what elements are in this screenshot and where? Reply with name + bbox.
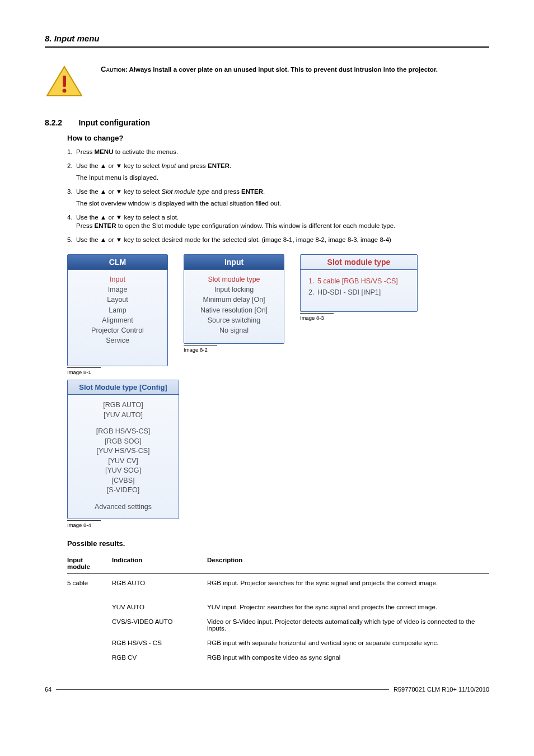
cell: Video or S-Video input. Projector detect… (207, 614, 489, 636)
step-5: 5.Use the ▲ or ▼ key to select desired m… (67, 236, 489, 245)
step-text: to activate the menus. (113, 148, 178, 155)
menu-item: Image (71, 284, 164, 295)
menu-item: [YUV CV] (71, 456, 175, 466)
footer-rule (56, 689, 389, 690)
menu-item: [YUV SOG] (71, 466, 175, 476)
step-text: Use the ▲ or ▼ key to select a slot. (76, 214, 179, 221)
step-text: . (263, 188, 265, 195)
step-2: 2.Use the ▲ or ▼ key to select Input and… (67, 162, 489, 183)
menu-item-selected: Input (71, 274, 164, 284)
cell: RGB AUTO (112, 574, 207, 600)
step-3-sub: The slot overview window is displayed wi… (76, 199, 489, 208)
menu-items: Slot module type Input locking Minimum d… (184, 270, 284, 343)
col-header: Indication (112, 553, 207, 574)
menu-input: Input Slot module type Input locking Min… (184, 254, 284, 344)
results-heading: Possible results. (67, 539, 489, 548)
caution-block: Caution: Always install a cover plate on… (45, 64, 489, 98)
step-text: and press (176, 162, 208, 169)
cell (67, 614, 112, 636)
menu-caption: Image 8-1 (67, 367, 101, 375)
menu-item: Minimum delay [On] (188, 295, 280, 305)
menu-title: Input (184, 255, 284, 270)
results-table: Input module Indication Description 5 ca… (67, 553, 489, 665)
step-text: Use the ▲ or ▼ key to select (76, 162, 162, 169)
step-text: and press (209, 188, 241, 195)
page-header-title: 8. Input menu (45, 34, 489, 43)
menu-clm: CLM Input Image Layout Lamp Alignment Pr… (67, 254, 168, 366)
section-heading: 8.2.2 Input configuration (45, 118, 489, 127)
menu-caption: Image 8-4 (67, 520, 101, 528)
step-text: Press (76, 148, 95, 155)
svg-point-2 (63, 89, 67, 93)
section-title: Input configuration (78, 118, 150, 127)
menu-item: [RGB SOG] (71, 437, 175, 447)
step-3: 3.Use the ▲ or ▼ key to select Slot modu… (67, 188, 489, 208)
menu-title: Slot module type (301, 255, 417, 270)
menu-col-3: Slot module type 1.5 cable [RGB HS/VS -C… (300, 254, 418, 321)
menu-item: Alignment (71, 315, 164, 325)
menu-slot-module-type: Slot module type 1.5 cable [RGB HS/VS -C… (300, 254, 418, 312)
header-rule (45, 46, 489, 48)
table-row: RGB CV RGB input with composite video as… (67, 650, 489, 665)
cell: RGB CV (112, 650, 207, 665)
menu-item: [CVBS] (71, 476, 175, 486)
menu-item: Native resolution [On] (188, 305, 280, 315)
step-4: 4.Use the ▲ or ▼ key to select a slot. P… (67, 213, 489, 231)
menu-item-selected: Slot module type (188, 274, 280, 284)
menu-col-4: Slot Module type [Config] [RGB AUTO] [YU… (67, 380, 489, 528)
menu-title: CLM (68, 255, 167, 270)
cell (67, 636, 112, 650)
menu-item: Service (71, 335, 164, 346)
subsection-heading: How to change? (67, 134, 489, 142)
page-number: 64 (45, 686, 51, 693)
menu-slot-config: Slot Module type [Config] [RGB AUTO] [YU… (67, 380, 179, 519)
menu-items: [RGB AUTO] [YUV AUTO] [RGB HS/VS-CS] [RG… (68, 395, 179, 519)
step-italic: Input (162, 162, 176, 169)
step-text: Use the ▲ or ▼ key to select desired mod… (76, 236, 391, 243)
step-text: . (229, 162, 231, 169)
step-2-sub: The Input menu is displayed. (76, 174, 489, 183)
steps-list: 1.Press MENU to activate the menus. 2.Us… (67, 148, 489, 244)
cell: CVS/S-VIDEO AUTO (112, 614, 207, 636)
menu-item: [RGB AUTO] (71, 400, 175, 410)
caution-label: Caution (101, 65, 125, 73)
menu-images-row: CLM Input Image Layout Lamp Alignment Pr… (67, 254, 489, 375)
menu-items: Input Image Layout Lamp Alignment Projec… (68, 270, 167, 366)
menu-item: [YUV AUTO] (71, 410, 175, 421)
cell: RGB input with separate horizontal and v… (207, 636, 489, 650)
menu-caption: Image 8-2 (184, 345, 217, 353)
menu-item: [S-VIDEO] (71, 486, 175, 496)
table-row: 5 cable RGB AUTO RGB input. Projector se… (67, 574, 489, 600)
menu-item: Advanced settings (71, 502, 175, 512)
cell (67, 650, 112, 665)
menu-item-selected: 1.5 cable [RGB HS/VS -CS] (308, 276, 411, 287)
svg-rect-1 (63, 76, 66, 87)
table-row: RGB HS/VS - CS RGB input with separate h… (67, 636, 489, 650)
menu-item: Lamp (71, 305, 164, 315)
step-keyword: ENTER (208, 162, 229, 169)
menu-item-label: HD-SDI - SDI [INP1] (317, 288, 381, 296)
doc-id: R59770021 CLM R10+ 11/10/2010 (394, 686, 489, 693)
page-footer: 64 R59770021 CLM R10+ 11/10/2010 (45, 686, 489, 693)
caution-icon (45, 64, 84, 98)
cell: RGB input. Projector searches for the sy… (207, 574, 489, 600)
step-text: Press (76, 222, 95, 229)
table-row: CVS/S-VIDEO AUTO Video or S-Video input.… (67, 614, 489, 636)
table-row: YUV AUTO YUV input. Projector searches f… (67, 600, 489, 614)
cell: YUV AUTO (112, 600, 207, 614)
menu-col-1: CLM Input Image Layout Lamp Alignment Pr… (67, 254, 168, 375)
cell: 5 cable (67, 574, 112, 600)
menu-item: [RGB HS/VS-CS] (71, 427, 175, 437)
cell: RGB HS/VS - CS (112, 636, 207, 650)
menu-item: No signal (188, 325, 280, 335)
menu-items: 1.5 cable [RGB HS/VS -CS] 2.HD-SDI - SDI… (301, 270, 417, 311)
menu-item: Projector Control (71, 325, 164, 335)
step-italic: Slot module type (162, 188, 210, 195)
menu-col-2: Input Slot module type Input locking Min… (184, 254, 284, 353)
col-header: Input module (67, 553, 112, 574)
menu-item: Source switching (188, 315, 280, 325)
caution-body: : Always install a cover plate on an unu… (125, 66, 438, 73)
menu-item: [YUV HS/VS-CS] (71, 446, 175, 456)
step-1: 1.Press MENU to activate the menus. (67, 148, 489, 157)
caution-text: Caution: Always install a cover plate on… (101, 64, 438, 74)
